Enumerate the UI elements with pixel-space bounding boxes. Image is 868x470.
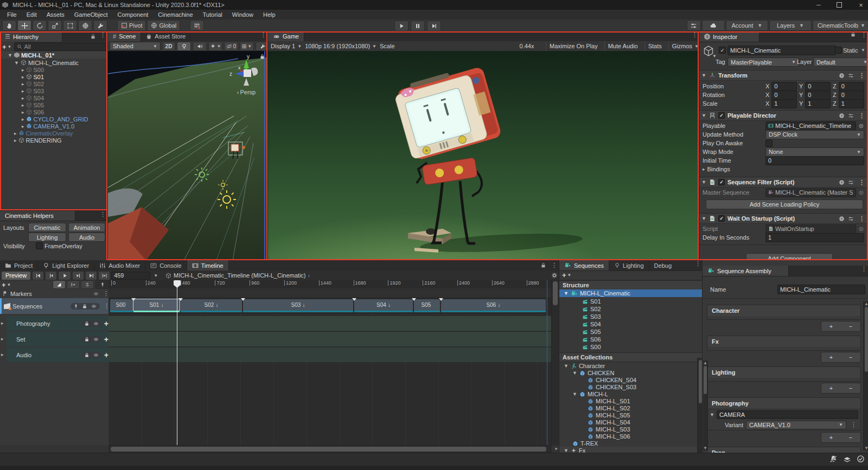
foldout-icon[interactable]: ▼ [14, 60, 19, 66]
timeline-lanes[interactable]: 0 240 480 720 960 1200 1440 1680 1920 21… [108, 280, 551, 445]
sequence-shot-row[interactable]: S02 [559, 305, 703, 313]
hierarchy-row[interactable]: ▸ S04 [0, 94, 107, 101]
cloud-button[interactable] [702, 20, 725, 31]
preferences-button[interactable] [687, 20, 701, 31]
section-lighting-header[interactable]: Lighting [707, 366, 861, 378]
hierarchy-row[interactable]: ▸ CAMERA_V1.0 ⊼ › [0, 123, 107, 130]
playable-director-header[interactable]: ▼ ✓ Playable Director ⋮ [699, 110, 868, 121]
previous-frame-button[interactable] [45, 271, 57, 280]
menu-help[interactable]: Help [258, 11, 280, 18]
2d-toggle[interactable]: 2D [162, 42, 175, 51]
assembly-menu-icon[interactable]: ⋮ [859, 266, 868, 276]
replace-mode-button[interactable] [81, 280, 94, 289]
sequence-shot-row[interactable]: S03 [559, 313, 703, 320]
transform-header[interactable]: ▼ Transform ⋮ [699, 70, 868, 81]
layout-animation-button[interactable]: Animation [68, 223, 105, 232]
tab-asset-store[interactable]: Asset Store [141, 31, 191, 41]
rotation-z-field[interactable]: 0 [839, 91, 864, 100]
scale-x-field[interactable]: 1 [771, 99, 797, 108]
help-icon[interactable] [839, 113, 845, 119]
collection-row[interactable]: ▼CHICKEN [559, 369, 703, 377]
frame-overlay-checkbox[interactable] [36, 242, 43, 249]
tab-lighting[interactable]: Lighting [609, 260, 649, 271]
transform-tool-button[interactable] [78, 20, 92, 31]
foldout-icon[interactable]: ▼ [701, 73, 706, 78]
collection-row[interactable]: MICH-L_S04 [559, 419, 703, 426]
tab-scene[interactable]: #Scene [108, 31, 141, 41]
hierarchy-row[interactable]: ▸ S01 [0, 73, 107, 80]
audio-foldout[interactable]: ▸ [1, 352, 4, 357]
timeline-panel-menu-icon[interactable]: ⋮ [550, 262, 559, 271]
remove-button[interactable]: − [841, 321, 860, 331]
ripple-mode-button[interactable] [67, 280, 80, 289]
play-range-button[interactable] [98, 271, 110, 280]
help-icon[interactable] [839, 179, 845, 185]
section-prop-header[interactable]: Prop [707, 447, 861, 453]
tab-console[interactable]: Console [145, 260, 187, 271]
collection-row[interactable]: MICH-L_S06 [559, 433, 703, 440]
foldout-icon[interactable]: ▸ [14, 131, 17, 136]
collection-row[interactable]: MICH-L_S03 [559, 426, 703, 433]
component-menu-icon[interactable]: ⋮ [857, 72, 866, 79]
menu-component[interactable]: Component [112, 11, 153, 18]
audio-track-header[interactable]: Audio + [7, 347, 112, 362]
mix-mode-button[interactable] [53, 280, 66, 289]
position-y-field[interactable]: 0 [805, 82, 831, 91]
foldout-icon[interactable]: ▸ [22, 81, 24, 87]
sequences-menu-icon[interactable]: ⋮ [693, 260, 703, 271]
maximize-on-play-toggle[interactable]: Maximize On Play [546, 41, 601, 51]
display-dropdown[interactable]: Display 1▼ [271, 43, 302, 49]
game-menu-icon[interactable]: ⋮ [690, 31, 699, 41]
scale-tool-button[interactable] [48, 20, 62, 31]
draw-mode-dropdown[interactable]: Shaded▼ [110, 42, 161, 50]
foldout-icon[interactable]: ▸ [22, 124, 24, 129]
static-caret[interactable]: ▼ [861, 48, 865, 53]
variant-dropdown[interactable]: CAMERA_V1.0▼ [746, 421, 846, 429]
hierarchy-row[interactable]: ▸ S03 [0, 87, 107, 94]
sequence-shot-row[interactable]: S04 [559, 320, 703, 328]
eye-icon[interactable] [93, 321, 99, 326]
layers-dropdown[interactable]: Layers▼ [769, 20, 812, 31]
menu-tutorial[interactable]: Tutorial [198, 11, 227, 18]
sequences-clip-lane[interactable]: S00 S01↓ S02↓ S03↓ S04↓ S05 S06↓ [108, 298, 551, 314]
foldout-icon[interactable]: ▼ [572, 391, 577, 397]
timeline-hscrollbar[interactable]: ▸ [108, 445, 552, 453]
foldout-icon[interactable]: ▸ [14, 138, 17, 143]
foldout-icon[interactable]: ▸ [22, 88, 24, 94]
step-button[interactable] [427, 21, 441, 31]
presets-icon[interactable] [848, 179, 854, 185]
initial-time-field[interactable]: 0 [765, 156, 864, 165]
scene-menu-icon[interactable]: ⋮ [259, 31, 268, 41]
add-component-button[interactable]: Add Component [746, 253, 833, 260]
scale-z-field[interactable]: 1 [839, 99, 864, 108]
tab-light-explorer[interactable]: Light Explorer [38, 260, 94, 271]
hierarchy-row[interactable]: ▸ RENDERING [0, 137, 107, 144]
foldout-icon[interactable]: ▼ [701, 179, 706, 185]
foldout-icon[interactable]: ▼ [701, 216, 706, 221]
check-status-icon[interactable] [857, 455, 865, 463]
hierarchy-row[interactable]: ▸ S05 [0, 101, 107, 108]
global-toggle[interactable]: Global [147, 20, 180, 31]
clip-s01[interactable]: S01↓ [133, 299, 180, 311]
tab-timeline[interactable]: Timeline [187, 260, 229, 271]
assembly-left-scrollbar[interactable]: ▲ ▼ [703, 360, 708, 450]
menu-cinemachine[interactable]: Cinemachine [153, 11, 197, 18]
rotate-tool-button[interactable] [33, 20, 47, 31]
maximize-button[interactable] [831, 0, 847, 10]
add-clip-button[interactable]: + [104, 319, 108, 328]
wait-on-startup-header[interactable]: ▼ ✓ Wait On Startup (Script) ⋮ [699, 213, 868, 224]
mute-audio-toggle[interactable]: Mute Audio [604, 41, 641, 51]
bindings-foldout-icon[interactable]: ▸ [703, 166, 705, 172]
foldout-icon[interactable]: ▼ [701, 113, 706, 118]
hierarchy-row[interactable]: ▼ MICH-L_Cinematic [0, 59, 107, 66]
inspector-lock-icon[interactable] [850, 31, 856, 37]
markers-lane[interactable] [108, 288, 551, 298]
move-tool-button[interactable] [17, 20, 31, 31]
eye-icon[interactable] [93, 352, 99, 358]
add-sequence-button[interactable]: +▼ [562, 271, 572, 279]
component-menu-icon[interactable]: ⋮ [857, 215, 866, 222]
pivot-toggle[interactable]: Pivot [117, 20, 146, 31]
scroll-up-arrow[interactable]: ▲ [703, 360, 707, 365]
menu-window[interactable]: Window [227, 11, 258, 18]
clip-s05[interactable]: S05 [414, 299, 440, 311]
